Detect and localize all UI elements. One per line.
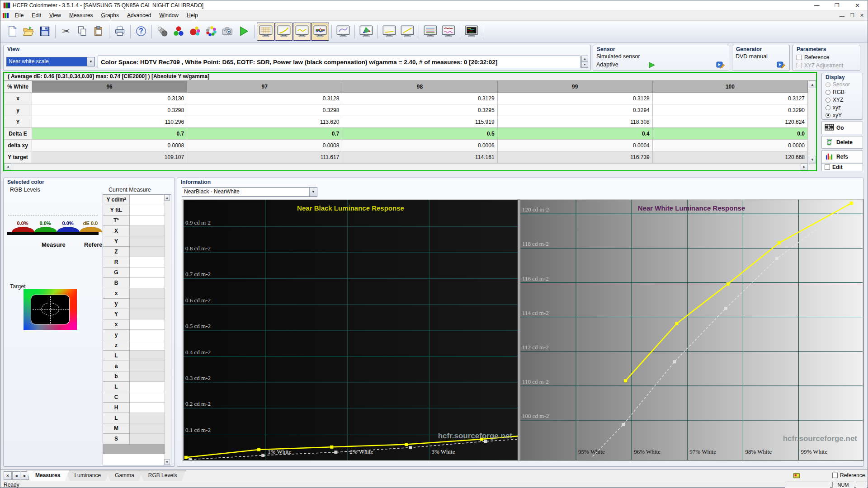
table-cell[interactable]: 110.296 <box>32 116 187 128</box>
view-saturation-chart-button[interactable] <box>462 23 481 41</box>
column-header-100[interactable]: 100 <box>653 81 808 93</box>
column-header-97[interactable]: 97 <box>187 81 342 93</box>
table-cell[interactable]: 115.919 <box>342 116 497 128</box>
table-cell[interactable]: 0.0000 <box>653 140 808 151</box>
measure-table-scrollbar[interactable]: ▲▼ <box>165 195 171 465</box>
table-cell[interactable]: 0.3290 <box>653 104 808 116</box>
column-header-99[interactable]: 99 <box>498 81 653 93</box>
table-cell[interactable]: 114.161 <box>342 151 497 163</box>
info-spinner[interactable]: ▲▼ <box>581 56 588 68</box>
table-cell[interactable]: 0.3130 <box>32 93 187 104</box>
mdi-close-button[interactable]: ✕ <box>860 13 864 19</box>
view-cie-diagram-button[interactable] <box>357 23 375 41</box>
measure-scale-select[interactable]: Near white scale ▼ <box>6 57 95 66</box>
table-cell[interactable]: 0.7 <box>32 128 187 140</box>
tab-close-button[interactable]: ✕ <box>4 471 12 480</box>
view-color-temperature-chart-button[interactable] <box>421 23 439 41</box>
display-option-xyz[interactable]: XYZ <box>826 97 843 103</box>
table-cell[interactable]: 116.739 <box>498 151 653 163</box>
new-file-button[interactable] <box>4 23 20 40</box>
view-measures-grid-button[interactable] <box>257 23 275 41</box>
scroll-up-icon[interactable]: ▲ <box>164 195 170 201</box>
menu-file[interactable]: File <box>11 11 28 20</box>
column-header-98[interactable]: 98 <box>342 81 497 93</box>
go-button[interactable]: Go <box>821 122 863 134</box>
maximize-button[interactable]: ❐ <box>827 0 847 10</box>
view-rgb-levels-chart-button[interactable] <box>311 23 329 41</box>
chevron-down-icon[interactable]: ▼ <box>87 57 94 66</box>
chart-view-select[interactable]: NearBlack - NearWhite ▼ <box>182 187 317 197</box>
edit-checkbox-box[interactable] <box>825 164 830 170</box>
view-luminance-chart-button[interactable] <box>334 23 352 41</box>
view-contrast-chart-button[interactable] <box>439 23 458 41</box>
menu-view[interactable]: View <box>45 11 65 20</box>
delete-button[interactable]: Delete <box>821 136 863 149</box>
table-cell[interactable]: 0.3127 <box>653 93 808 104</box>
display-option-xyz[interactable]: xyz <box>826 104 841 111</box>
display-option-rgb[interactable]: RGB <box>826 89 844 95</box>
table-cell[interactable]: 0.3298 <box>32 104 187 116</box>
table-cell[interactable]: 113.620 <box>187 116 342 128</box>
measure-primaries-button[interactable] <box>170 23 187 40</box>
table-cell[interactable]: 0.7 <box>187 128 342 140</box>
radio-icon[interactable] <box>826 98 830 103</box>
table-cell[interactable]: 0.4 <box>498 128 653 140</box>
table-cell[interactable]: 0.0008 <box>187 140 342 151</box>
display-option-xyy[interactable]: xyY <box>826 112 842 118</box>
table-vertical-scrollbar[interactable]: ▲ ▼ <box>808 81 816 163</box>
paste-button[interactable] <box>90 23 107 40</box>
copy-button[interactable] <box>74 23 90 40</box>
edit-checkbox[interactable]: Edit <box>821 163 863 171</box>
column-header-96[interactable]: 96 <box>32 81 187 93</box>
close-button[interactable]: ✕ <box>847 0 868 10</box>
open-file-button[interactable] <box>20 23 37 40</box>
mdi-restore-button[interactable]: ❐ <box>850 13 854 19</box>
tab-measures[interactable]: Measures <box>26 470 69 481</box>
table-cell[interactable]: 0.5 <box>342 128 497 140</box>
minimize-button[interactable]: — <box>807 0 827 10</box>
generator-config-button[interactable] <box>777 61 786 69</box>
sensor-config-button[interactable] <box>716 61 725 69</box>
radio-icon[interactable] <box>826 90 830 95</box>
measure-secondaries-button[interactable] <box>187 23 203 40</box>
parameters-checkbox-reference[interactable]: Reference <box>797 54 829 61</box>
tab-rgb-levels[interactable]: RGB Levels <box>139 470 186 481</box>
table-cell[interactable]: 0.3298 <box>187 104 342 116</box>
mdi-minimize-button[interactable]: — <box>840 13 844 19</box>
save-file-button[interactable] <box>37 23 53 40</box>
view-nearblack-nearwhite-chart-button[interactable] <box>293 23 311 41</box>
table-cell[interactable]: 0.3294 <box>498 104 653 116</box>
radio-icon[interactable] <box>826 105 830 110</box>
scroll-left-icon[interactable]: ◄ <box>4 164 11 170</box>
menu-help[interactable]: Help <box>183 11 202 20</box>
table-cell[interactable]: 111.617 <box>187 151 342 163</box>
table-cell[interactable]: 0.3129 <box>342 93 497 104</box>
snapshot-button[interactable] <box>219 23 236 40</box>
radio-icon[interactable] <box>826 113 830 118</box>
measure-all-colors-button[interactable] <box>203 23 219 40</box>
table-cell[interactable]: 120.624 <box>653 116 808 128</box>
sensor-play-icon[interactable] <box>648 62 656 68</box>
scroll-up-icon[interactable]: ▲ <box>809 81 816 88</box>
start-measures-button[interactable] <box>236 23 252 40</box>
menu-advanced[interactable]: Advanced <box>123 11 155 20</box>
table-cell[interactable]: 0.3295 <box>342 104 497 116</box>
menu-graphs[interactable]: Graphs <box>97 11 123 20</box>
view-luminance-linear-chart-button[interactable] <box>398 23 416 41</box>
reference-checkbox-box[interactable] <box>832 473 838 478</box>
table-cell[interactable]: 118.308 <box>498 116 653 128</box>
tab-luminance[interactable]: Luminance <box>65 470 110 481</box>
view-gamma-chart-button[interactable] <box>275 23 293 41</box>
table-cell[interactable]: 0.0 <box>653 128 808 140</box>
cut-button[interactable]: ✂ <box>58 23 74 40</box>
table-cell[interactable]: 120.668 <box>653 151 808 163</box>
menu-measures[interactable]: Measures <box>65 11 97 20</box>
scroll-down-icon[interactable]: ▼ <box>164 459 170 465</box>
table-cell[interactable]: 0.0008 <box>32 140 187 151</box>
print-button[interactable] <box>112 23 128 40</box>
menu-window[interactable]: Window <box>155 11 183 20</box>
view-gamma-flat-chart-button[interactable] <box>380 23 398 41</box>
checkbox-box[interactable] <box>797 55 802 60</box>
table-cell[interactable]: 109.107 <box>32 151 187 163</box>
refs-button[interactable]: Refs <box>821 150 863 163</box>
